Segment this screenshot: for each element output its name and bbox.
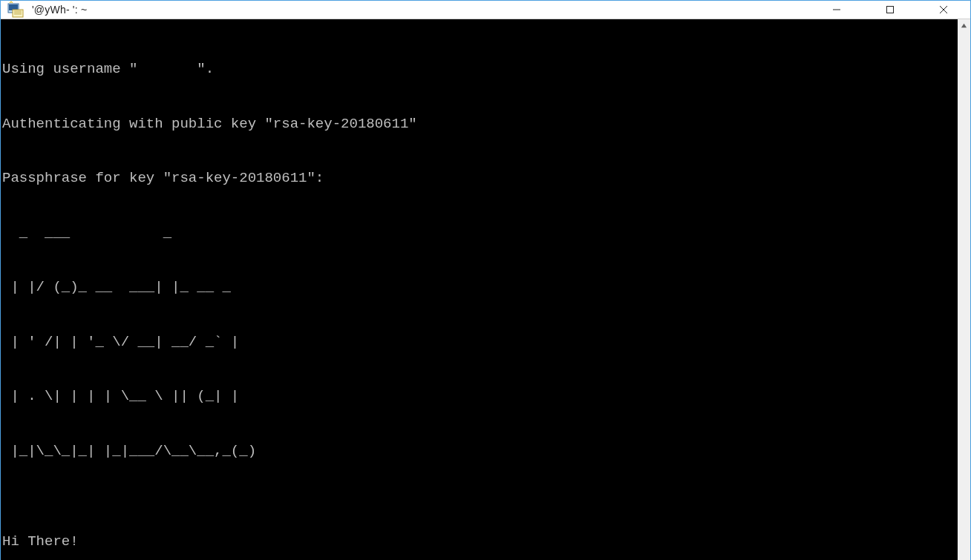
terminal-line: Passphrase for key "rsa-key-20180611": [2, 169, 958, 188]
close-button[interactable] [917, 1, 970, 19]
scroll-track[interactable] [958, 32, 970, 560]
terminal-line: | |/ (_)_ __ ___| |_ __ _ [2, 278, 958, 297]
terminal-area: Using username " ". Authenticating with … [1, 19, 970, 560]
terminal-line: Authenticating with public key "rsa-key-… [2, 115, 958, 134]
window-title: '@yWh- ': ~ [32, 4, 87, 16]
putty-window: '@yWh- ': ~ Using username " ". Authenti… [0, 0, 971, 560]
terminal-line: Hi There! [2, 533, 958, 551]
window-controls [810, 1, 970, 19]
maximize-button[interactable] [863, 1, 917, 19]
terminal-line: | ' /| | '_ \/ __| __/ _` | [2, 333, 958, 352]
titlebar[interactable]: '@yWh- ': ~ [1, 1, 970, 19]
scroll-up-button[interactable] [958, 19, 970, 32]
terminal-line: Using username " ". [2, 60, 958, 79]
minimize-button[interactable] [810, 1, 863, 19]
svg-marker-10 [961, 24, 967, 27]
terminal[interactable]: Using username " ". Authenticating with … [1, 19, 958, 560]
terminal-line: _ ___ _ [2, 224, 958, 243]
scrollbar[interactable] [958, 19, 970, 560]
terminal-line: | . \| | | | \__ \ || (_| | [2, 387, 958, 406]
svg-rect-7 [887, 7, 894, 13]
putty-icon [7, 1, 24, 19]
terminal-line: |_|\_\_|_| |_|___/\__\__,_(_) [2, 442, 958, 461]
svg-rect-2 [13, 10, 23, 17]
